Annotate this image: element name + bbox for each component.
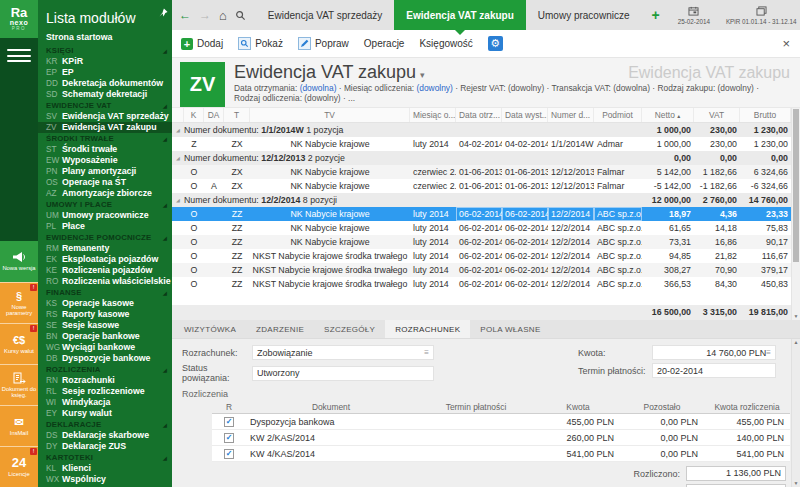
table-row[interactable]: ZZXNK Nabycie krajoweluty 201404-02-2014… [172,137,800,151]
sidebar-section-kartoteki[interactable]: KARTOTEKI◢ [38,452,172,463]
sidebar-item-raporty-kasowe[interactable]: RSRaporty kasowe [38,309,172,320]
tab-ewidencja-vat-zakupu[interactable]: Ewidencja VAT zakupu [394,0,525,30]
sidebar-item-rozliczenia-pojazdów[interactable]: KERozliczenia pojazdów [38,265,172,276]
sidebar-section-rozliczenia[interactable]: ROZLICZENIA◢ [38,364,172,375]
checkbox-checked-icon[interactable]: ✓ [224,449,234,459]
settlement-row[interactable]: ✓KW 2/KAS/2014260,00 PLN0,00 PLN140,00 P… [212,430,790,446]
col-due-date[interactable]: Termin płatności [416,401,536,413]
filter-value-rodzaj-odliczenia[interactable]: (dowolny) [304,93,340,103]
rail-shortcut-kursy-walut[interactable]: !€$Kursy walut [0,323,38,364]
settlement-row[interactable]: ✓Dyspozycja bankowa455,00 PLN0,00 PLN455… [212,414,790,430]
amount-field[interactable]: 14 760,00 PLN ≡ [652,345,776,360]
group-row[interactable]: ◢Numer dokumentu: 12/12/2013 2 pozycje0,… [172,151,800,165]
due-date-field[interactable]: 20-02-2014 [652,363,776,378]
table-row[interactable]: OZZNK Nabycie krajoweluty 201406-02-2014… [172,221,800,235]
scroll-down-icon[interactable]: ▼ [792,313,800,320]
show-button[interactable]: Pokaż [238,37,283,50]
col-remaining[interactable]: Pozostało [620,401,704,413]
sidebar-item-deklaracje-zus[interactable]: DYDeklaracje ZUS [38,441,172,452]
col-settled-amount[interactable]: Kwota rozliczenia [704,401,790,413]
rail-shortcut-dokument-do-księg[interactable]: Dokument do księg. [0,364,38,405]
group-row[interactable]: ◢Numer dokumentu: 12/2/2014 8 pozycji12 … [172,193,800,207]
sidebar-item-kpir[interactable]: KRKPiR [38,56,172,67]
sidebar-item-remanenty[interactable]: RMRemanenty [38,243,172,254]
sidebar-item-rozrachunki[interactable]: RNRozrachunki [38,375,172,386]
group-row[interactable]: ◢Numer dokumentu: 1/1/2014W 1 pozycja1 0… [172,123,800,137]
sidebar-section-umowy-i-płace[interactable]: UMOWY I PŁACE◢ [38,199,172,210]
home-icon[interactable]: ⌂ [219,8,227,23]
col-reconciled[interactable]: R [212,401,246,413]
sidebar-item-płace[interactable]: PLPłace [38,221,172,232]
field-menu-icon[interactable]: ≡ [766,348,771,357]
sidebar-item-operacje-na-śt[interactable]: OSOperacje na ŚT [38,177,172,188]
table-row[interactable]: OZZNK Nabycie krajoweluty 201406-02-2014… [172,235,800,249]
sidebar-section-środki-trwałe[interactable]: ŚRODKI TRWAŁE◢ [38,133,172,144]
back-arrow-icon[interactable]: ← [179,8,191,22]
app-logo[interactable]: Ra nexo PRO [0,0,38,38]
col-netto[interactable]: Netto ▴ [642,108,694,122]
table-scrollbar[interactable]: ▼ [791,108,800,320]
close-view-icon[interactable]: × [782,36,790,51]
period-widget[interactable]: KPiR 01.01.14 - 31.12.14 [726,6,797,25]
expander-icon[interactable]: ◢ [172,193,184,207]
accounting-button[interactable]: Księgowość [419,38,472,49]
scrollbar-thumb[interactable] [793,109,799,262]
sidebar-item-home[interactable]: Strona startowa [38,32,172,43]
col-party[interactable]: Podmiot [594,108,642,122]
add-button[interactable]: + Dodaj [181,38,223,50]
sidebar-section-ewidencje-pomocnicze[interactable]: EWIDENCJE POMOCNICZE◢ [38,232,172,243]
detail-scrollbar[interactable]: ▲ ▼ [791,339,800,487]
sidebar-item-dekretacja-dokumentów[interactable]: DDDekretacja dokumentów [38,78,172,89]
checkbox-checked-icon[interactable]: ✓ [224,417,234,427]
rail-shortcut-licencje[interactable]: !24Licencje [0,446,38,487]
sidebar-section-księgi[interactable]: KSIĘGI◢ [38,45,172,56]
sidebar-item-operacje-kasowe[interactable]: KSOperacje kasowe [38,298,172,309]
col-month[interactable]: Miesiąc o... [410,108,456,122]
menu-toggle-icon[interactable] [7,49,31,62]
table-row[interactable]: OZZNKST Nabycie krajowe środka trwałegol… [172,249,800,263]
sidebar-item-sesje-kasowe[interactable]: SESesje kasowe [38,320,172,331]
sidebar-item-amortyzacje-zbiorcze[interactable]: AZAmortyzacje zbiorcze [38,188,172,199]
search-icon[interactable] [235,10,246,21]
edit-button[interactable]: Popraw [298,37,349,50]
sidebar-item-deklaracje-skarbowe[interactable]: DSDeklaracje skarbowe [38,430,172,441]
tab-ewidencja-vat-sprzedaży[interactable]: Ewidencja VAT sprzedaży [256,0,395,30]
filter-value-rodzaj-zakupu[interactable]: (dowolny) [718,83,754,93]
sidebar-item-klienci[interactable]: KLKlienci [38,463,172,474]
sidebar-item-ewidencja-vat-sprzedaży[interactable]: SVEwidencja VAT sprzedaży [38,111,172,122]
field-menu-icon[interactable]: ≡ [424,348,429,357]
expander-icon[interactable]: ◢ [172,151,184,165]
rail-shortcut-nowe-parametry[interactable]: !§Nowe parametry [0,282,38,323]
sidebar-section-finanse[interactable]: FINANSE◢ [38,287,172,298]
sidebar-item-kursy-walut[interactable]: EYKursy walut [38,408,172,419]
sidebar-item-wyposażenie[interactable]: EWWyposażenie [38,155,172,166]
sidebar-item-schematy-dekretacji[interactable]: SDSchematy dekretacji [38,89,172,100]
filter-more[interactable]: ... [348,93,355,103]
sidebar-item-operacje-bankowe[interactable]: BNOperacje bankowe [38,331,172,342]
detail-tab-zdarzenie[interactable]: ZDARZENIE [246,320,314,338]
sidebar-section-ewidencje-vat[interactable]: EWIDENCJE VAT◢ [38,100,172,111]
link-status-field[interactable]: Utworzony [252,366,434,381]
sidebar-item-windykacja[interactable]: WIWindykacja [38,397,172,408]
table-row[interactable]: OAZXNK Nabycie krajoweczerwiec 2...01-06… [172,179,800,193]
table-row[interactable]: OZZNKST Nabycie krajowe środka trwałegol… [172,277,800,291]
add-tab-button[interactable]: + [652,7,660,23]
forward-arrow-icon[interactable]: → [199,8,211,22]
sidebar-item-umowy-pracownicze[interactable]: UMUmowy pracownicze [38,210,172,221]
col-k[interactable]: K [184,108,204,122]
sidebar-item-ewidencja-vat-zakupu[interactable]: ZVEwidencja VAT zakupu [38,122,172,133]
col-date-received[interactable]: Data otrz... [456,108,502,122]
sidebar-item-plany-amortyzacji[interactable]: PNPlany amortyzacji [38,166,172,177]
table-row[interactable]: OZZNKST Nabycie krajowe środka trwałegol… [172,263,800,277]
operations-button[interactable]: Operacje [364,38,405,49]
checkbox-checked-icon[interactable]: ✓ [224,433,234,443]
col-da[interactable]: DA [204,108,224,122]
scroll-down-icon[interactable]: ▼ [792,480,800,487]
rail-shortcut-insmail[interactable]: ✉InsMail [0,405,38,446]
pin-icon[interactable] [159,3,168,21]
sidebar-item-rozliczenia-właścicielskie[interactable]: RORozliczenia właścicielskie [38,276,172,287]
col-vat[interactable]: VAT [694,108,740,122]
table-row[interactable]: OZZNK Nabycie krajoweluty 201406-02-2014… [172,207,800,221]
settings-gear-icon[interactable]: ⚙ [488,36,503,51]
filter-value-rejestr-vat[interactable]: (dowolny) [508,83,544,93]
